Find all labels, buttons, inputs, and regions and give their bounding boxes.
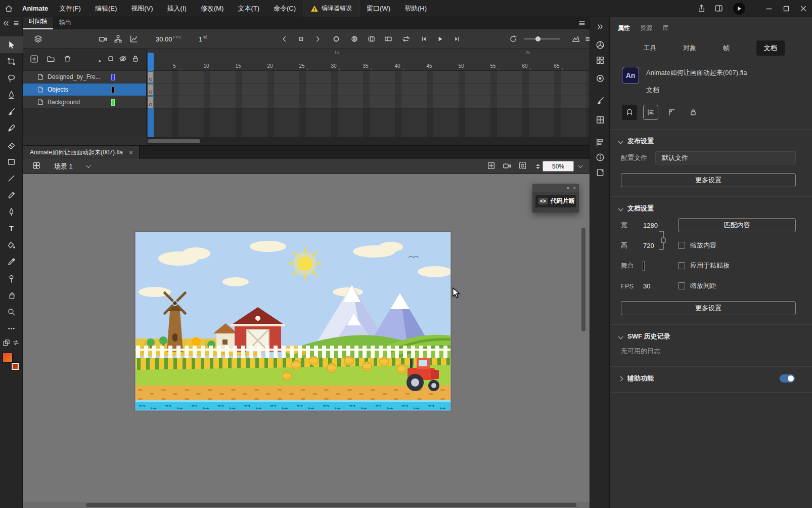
- camera-icon[interactable]: [99, 34, 107, 43]
- expand-dock-icon[interactable]: [590, 19, 610, 34]
- highlight-layers-toggle[interactable]: [98, 57, 102, 65]
- fps-display[interactable]: 30.00FPS: [156, 35, 181, 43]
- layer-row-objects[interactable]: Objects: [23, 83, 146, 96]
- toolbar-menu-icon[interactable]: [13, 20, 19, 26]
- minimize-button[interactable]: [760, 0, 778, 17]
- keyframe-cell[interactable]: [148, 97, 154, 108]
- more-tools-button[interactable]: [0, 320, 23, 337]
- snap-to-objects-button[interactable]: [622, 105, 637, 120]
- color-wheel-icon[interactable]: [590, 37, 610, 53]
- menu-text[interactable]: 文本(T): [231, 0, 266, 17]
- scale-spacing-checkbox[interactable]: [678, 282, 685, 289]
- stage-vscroll-thumb[interactable]: [581, 228, 585, 331]
- paint-bucket-tool[interactable]: [0, 237, 23, 253]
- layer-color-chip[interactable]: [111, 99, 115, 106]
- timeline-hscroll-thumb[interactable]: [148, 139, 200, 143]
- share-icon[interactable]: [693, 0, 710, 17]
- swap-colors-icon[interactable]: [12, 339, 20, 347]
- code-snippets-panel[interactable]: » × <> 代码片断: [532, 184, 579, 213]
- pen-tool[interactable]: [0, 203, 23, 220]
- fps-value[interactable]: 30: [643, 282, 678, 290]
- workspace-layout-icon[interactable]: [710, 0, 727, 17]
- outline-layers-toggle[interactable]: [107, 55, 115, 64]
- home-icon[interactable]: [0, 0, 17, 17]
- stage-hscrollbar[interactable]: [23, 502, 590, 508]
- apply-pasteboard-checkbox[interactable]: [678, 262, 685, 269]
- close-button[interactable]: [795, 0, 812, 17]
- transform-icon[interactable]: [590, 165, 610, 180]
- document-settings-section[interactable]: 文档设置: [610, 197, 812, 213]
- brush-library-icon[interactable]: [590, 93, 610, 108]
- onion-skin-outline-icon[interactable]: [368, 35, 376, 43]
- quick-share-play-button[interactable]: [733, 3, 745, 15]
- lock-layers-toggle[interactable]: [131, 55, 140, 64]
- stroke-color-swatch[interactable]: [12, 363, 19, 370]
- prev-frame-icon[interactable]: [420, 35, 428, 43]
- stage-area[interactable]: » × <> 代码片断: [23, 174, 590, 508]
- next-frame-icon[interactable]: [453, 35, 461, 43]
- layer-color-chip[interactable]: [111, 74, 115, 80]
- onion-range-slider[interactable]: [524, 38, 560, 39]
- playhead[interactable]: [148, 53, 154, 71]
- delete-layer-button[interactable]: [63, 55, 72, 65]
- frame-ruler[interactable]: 1s 2s 5 10 15 20 25 30 35 40 45 50 55 60…: [147, 49, 590, 71]
- timeline-panel-menu-icon[interactable]: [578, 20, 585, 27]
- accessibility-toggle[interactable]: [780, 374, 795, 383]
- asset-warp-tool[interactable]: [0, 270, 23, 287]
- show-hide-layers-toggle[interactable]: [119, 55, 127, 64]
- subtab-object[interactable]: 对象: [683, 44, 696, 53]
- center-stage-icon[interactable]: [487, 161, 495, 172]
- scale-content-checkbox[interactable]: [678, 242, 685, 249]
- publish-settings-section[interactable]: 发布设置: [610, 130, 812, 146]
- pencil-tool[interactable]: [0, 187, 23, 203]
- loop-icon[interactable]: [402, 35, 410, 43]
- fill-color-swatch[interactable]: [3, 353, 13, 363]
- tab-assets[interactable]: 资源: [640, 24, 652, 32]
- profile-select[interactable]: 默认文件: [655, 151, 796, 164]
- line-tool[interactable]: [0, 170, 23, 187]
- swatches-icon[interactable]: [590, 53, 610, 68]
- layer-color-chip[interactable]: [111, 87, 115, 93]
- compiler-error-badge[interactable]: 编译器错误: [303, 0, 359, 17]
- stage-hscroll-thumb[interactable]: [86, 503, 576, 507]
- onion-skin-icon[interactable]: [350, 35, 358, 43]
- graph-editor-icon[interactable]: [572, 35, 580, 43]
- layer-row-background[interactable]: Background: [23, 96, 146, 109]
- current-frame-display[interactable]: 1帧: [199, 35, 207, 43]
- edit-camera-icon[interactable]: [503, 161, 511, 172]
- step-back-icon[interactable]: [281, 35, 288, 43]
- document-tab[interactable]: Animate如何让画面动起来(007).fla ×: [23, 146, 140, 159]
- lock-guides-button[interactable]: [686, 105, 701, 120]
- selection-tool[interactable]: [0, 36, 23, 53]
- document-more-settings-button[interactable]: 更多设置: [621, 301, 796, 315]
- stage-canvas[interactable]: [135, 232, 451, 411]
- hand-tool[interactable]: [0, 287, 23, 304]
- snap-to-grid-button[interactable]: [664, 105, 680, 120]
- layer-stack-icon[interactable]: [34, 34, 42, 43]
- publish-more-settings-button[interactable]: 更多设置: [621, 173, 796, 187]
- accessibility-section[interactable]: 辅助功能: [610, 367, 812, 383]
- record-icon[interactable]: [332, 35, 340, 43]
- frame-grid-empty[interactable]: [147, 109, 590, 137]
- free-transform-tool[interactable]: [0, 53, 23, 70]
- rectangle-tool[interactable]: [0, 153, 23, 170]
- layer-depth-icon[interactable]: [129, 34, 138, 43]
- layer-parenting-icon[interactable]: [114, 34, 122, 43]
- subtab-document[interactable]: 文档: [756, 40, 785, 56]
- layer-row-designed-by[interactable]: Designed_by_Fre...: [23, 71, 146, 83]
- zoom-dropdown-icon[interactable]: [578, 163, 583, 168]
- tab-properties[interactable]: 属性: [618, 24, 630, 32]
- match-content-button[interactable]: 匹配内容: [678, 218, 796, 232]
- frames-pane[interactable]: 1s 2s 5 10 15 20 25 30 35 40 45 50 55 60…: [147, 49, 590, 137]
- width-value[interactable]: 1280: [643, 222, 678, 229]
- classic-brush-tool[interactable]: [0, 103, 23, 120]
- zoom-stepper[interactable]: [536, 164, 540, 169]
- step-forward-icon[interactable]: [314, 35, 322, 43]
- subtab-frame[interactable]: 帧: [723, 44, 730, 53]
- zoom-tool[interactable]: [0, 304, 23, 320]
- frame-grid[interactable]: [147, 71, 590, 109]
- zoom-level-input[interactable]: 50%: [543, 161, 574, 172]
- gradient-icon[interactable]: [590, 71, 610, 86]
- current-frame-marker-icon[interactable]: [297, 35, 305, 43]
- scene-label[interactable]: 场景 1: [54, 162, 73, 171]
